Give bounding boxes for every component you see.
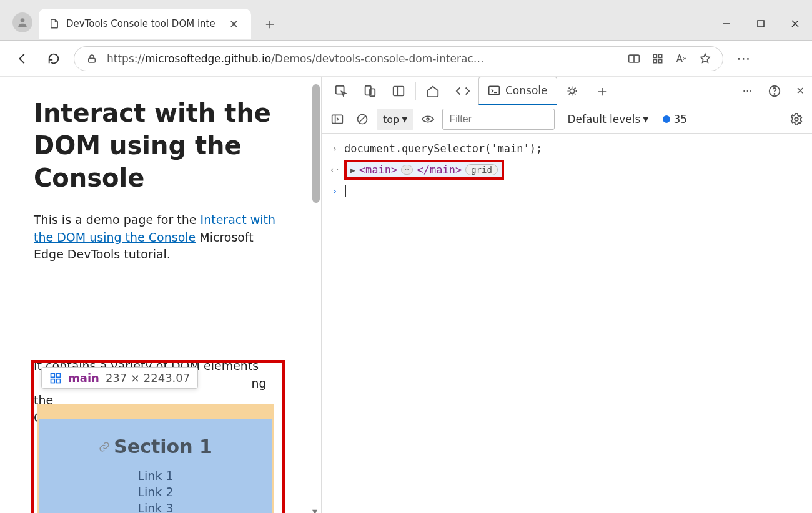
console-output: document.querySelector('main'); ‹· ▶ <ma… <box>322 134 812 206</box>
console-toolbar: top ▼ Default levels ▼ 35 <box>322 105 812 134</box>
svg-line-28 <box>359 116 365 122</box>
favorite-icon[interactable] <box>696 50 714 67</box>
output-tag-close: </main> <box>417 164 462 176</box>
svg-rect-26 <box>332 115 343 123</box>
address-bar-row: https://microsoftedge.github.io/Demos/de… <box>0 41 812 77</box>
page-heading: Interact with the DOM using the Console <box>34 97 277 194</box>
minimize-button[interactable] <box>709 11 743 36</box>
issue-dot-icon <box>663 115 670 123</box>
browser-titlebar: DevTools Console tool DOM inte ✕ ＋ <box>0 0 812 41</box>
add-tab-button[interactable]: ＋ <box>587 77 617 105</box>
tooltip-tagname: main <box>68 371 99 384</box>
output-caret-icon: ‹· <box>329 165 340 175</box>
browser-more-button[interactable]: ⋯ <box>732 47 755 70</box>
expand-triangle-icon[interactable]: ▶ <box>350 165 355 175</box>
toggle-sidebar-button[interactable] <box>327 109 348 130</box>
section-heading: Section 1 <box>99 436 212 457</box>
section-links: Link 1 Link 2 Link 3 Link 4 Link 5 Link … <box>39 469 272 513</box>
console-output-element[interactable]: ▶ <main> ⋯ </main> grid <box>344 160 504 180</box>
svg-rect-11 <box>659 59 662 62</box>
svg-rect-2 <box>758 21 764 27</box>
link-icon <box>99 441 110 452</box>
issues-badge[interactable]: 35 <box>663 113 688 125</box>
new-tab-button[interactable]: ＋ <box>262 14 277 34</box>
output-tag-open: <main> <box>359 164 397 176</box>
svg-rect-19 <box>394 86 404 95</box>
dock-button[interactable] <box>384 77 413 105</box>
context-selector[interactable]: top ▼ <box>377 109 413 130</box>
address-bar[interactable]: https://microsoftedge.github.io/Demos/de… <box>74 46 723 71</box>
svg-rect-15 <box>57 379 61 383</box>
console-tab[interactable]: Console <box>478 77 557 105</box>
svg-point-29 <box>427 118 430 120</box>
debugger-tab[interactable] <box>557 77 587 105</box>
console-tab-label: Console <box>505 84 548 97</box>
maximize-button[interactable] <box>743 11 778 36</box>
section-link[interactable]: Link 1 <box>39 469 272 482</box>
section-link[interactable]: Link 3 <box>39 501 272 513</box>
device-toggle-button[interactable] <box>355 77 384 105</box>
console-prompt-row[interactable] <box>327 182 807 200</box>
svg-point-30 <box>795 117 798 121</box>
svg-point-0 <box>21 18 25 22</box>
svg-rect-12 <box>51 373 55 377</box>
ellipsis-icon[interactable]: ⋯ <box>401 165 413 175</box>
element-highlight-content: Section 1 Link 1 Link 2 Link 3 Link 4 Li… <box>39 419 272 513</box>
intro-paragraph: This is a demo page for the Interact wit… <box>34 212 277 263</box>
section-link[interactable]: Link 2 <box>39 485 272 499</box>
reader-icon[interactable] <box>625 50 643 67</box>
inspect-button[interactable] <box>327 77 355 105</box>
input-caret-icon <box>329 144 340 154</box>
svg-point-23 <box>570 89 574 93</box>
refresh-button[interactable] <box>42 47 65 70</box>
profile-avatar[interactable] <box>12 12 32 32</box>
tooltip-dimensions: 237 × 2243.07 <box>106 371 190 384</box>
svg-rect-14 <box>51 379 55 383</box>
read-aloud-icon[interactable]: A» <box>673 50 690 67</box>
text-cursor <box>345 185 346 197</box>
console-output-row: ‹· ▶ <main> ⋯ </main> grid <box>327 157 807 182</box>
console-filter-input[interactable] <box>442 109 555 130</box>
svg-rect-5 <box>89 58 96 62</box>
grid-badge[interactable]: grid <box>465 164 498 175</box>
svg-rect-21 <box>489 86 500 94</box>
devtools-tabbar: Console ＋ ⋯ ✕ <box>322 77 812 105</box>
scrollbar-thumb[interactable] <box>312 84 320 203</box>
svg-rect-8 <box>653 54 656 57</box>
live-expression-button[interactable] <box>417 109 438 130</box>
svg-point-25 <box>774 94 775 94</box>
console-settings-button[interactable] <box>786 109 807 130</box>
element-hover-tooltip: main 237 × 2243.07 <box>41 367 198 389</box>
prompt-caret-icon <box>329 186 340 196</box>
devtools-pane: Console ＋ ⋯ ✕ top ▼ Default levels ▼ <box>322 77 812 513</box>
console-input-code: document.querySelector('main'); <box>344 142 542 155</box>
scrollbar[interactable]: ▴ ▾ <box>311 81 320 513</box>
lock-icon <box>83 50 101 67</box>
clear-console-button[interactable] <box>352 109 373 130</box>
log-levels-selector[interactable]: Default levels ▼ <box>567 113 648 125</box>
apps-icon[interactable] <box>649 50 666 67</box>
svg-rect-10 <box>653 59 656 62</box>
grid-icon <box>49 372 62 384</box>
tab-close-button[interactable]: ✕ <box>227 16 241 32</box>
webpage-pane: Interact with the DOM using the Console … <box>0 77 322 513</box>
back-button[interactable] <box>11 47 34 70</box>
devtools-close-button[interactable]: ✕ <box>789 85 812 97</box>
console-icon <box>488 85 500 96</box>
devtools-more-button[interactable]: ⋯ <box>735 85 760 97</box>
svg-rect-9 <box>659 54 662 57</box>
svg-rect-13 <box>57 373 61 377</box>
close-window-button[interactable] <box>778 11 812 36</box>
devtools-help-button[interactable] <box>760 84 789 98</box>
page-icon <box>49 17 61 30</box>
url-text: https://microsoftedge.github.io/Demos/de… <box>107 52 619 65</box>
welcome-tab[interactable] <box>418 77 447 105</box>
console-input-row: document.querySelector('main'); <box>327 140 807 157</box>
browser-tab[interactable]: DevTools Console tool DOM inte ✕ <box>39 9 251 39</box>
tab-title: DevTools Console tool DOM inte <box>66 18 222 29</box>
elements-tab[interactable] <box>447 77 478 105</box>
